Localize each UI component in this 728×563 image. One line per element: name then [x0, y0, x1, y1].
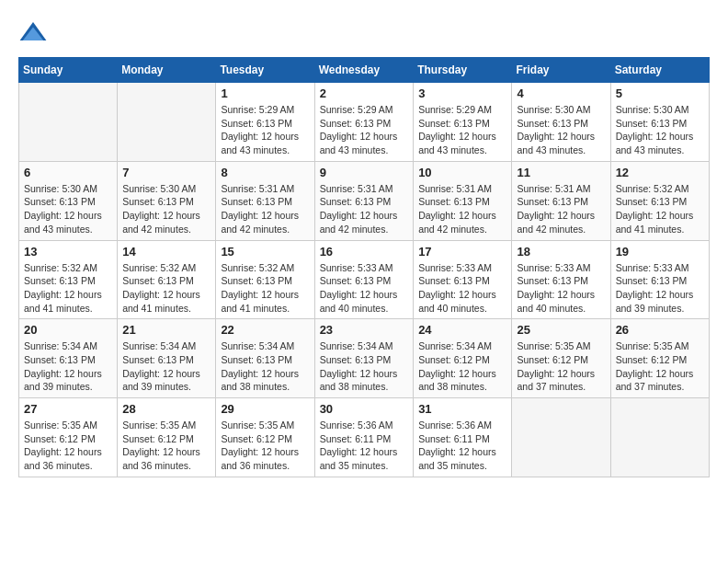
calendar-cell: 10Sunrise: 5:31 AMSunset: 6:13 PMDayligh…	[414, 161, 512, 240]
day-number: 7	[122, 166, 210, 179]
calendar-cell: 8Sunrise: 5:31 AMSunset: 6:13 PMDaylight…	[216, 161, 314, 240]
calendar-cell: 20Sunrise: 5:34 AMSunset: 6:13 PMDayligh…	[19, 319, 118, 398]
day-number: 1	[221, 86, 309, 100]
calendar-cell: 7Sunrise: 5:30 AMSunset: 6:13 PMDaylight…	[118, 161, 216, 240]
calendar-cell: 2Sunrise: 5:29 AMSunset: 6:13 PMDaylight…	[314, 83, 414, 162]
day-header-friday: Friday	[512, 58, 610, 83]
calendar-week-row: 20Sunrise: 5:34 AMSunset: 6:13 PMDayligh…	[19, 319, 710, 398]
day-info: Sunrise: 5:29 AMSunset: 6:13 PMDaylight:…	[221, 103, 309, 157]
calendar-cell: 22Sunrise: 5:34 AMSunset: 6:13 PMDayligh…	[216, 319, 314, 398]
day-number: 17	[418, 245, 506, 259]
day-info: Sunrise: 5:34 AMSunset: 6:12 PMDaylight:…	[418, 339, 506, 394]
day-header-tuesday: Tuesday	[216, 58, 314, 83]
day-number: 14	[122, 245, 210, 259]
day-number: 22	[221, 323, 309, 337]
day-info: Sunrise: 5:31 AMSunset: 6:13 PMDaylight:…	[221, 182, 309, 236]
day-number: 3	[418, 86, 506, 100]
day-number: 28	[122, 402, 210, 416]
day-number: 26	[616, 323, 704, 337]
day-number: 8	[221, 166, 309, 179]
day-info: Sunrise: 5:29 AMSunset: 6:13 PMDaylight:…	[320, 103, 409, 157]
day-number: 21	[122, 323, 210, 337]
day-info: Sunrise: 5:31 AMSunset: 6:13 PMDaylight:…	[320, 182, 409, 236]
day-info: Sunrise: 5:33 AMSunset: 6:13 PMDaylight:…	[418, 261, 506, 316]
day-info: Sunrise: 5:34 AMSunset: 6:13 PMDaylight:…	[122, 339, 210, 394]
calendar-cell: 15Sunrise: 5:32 AMSunset: 6:13 PMDayligh…	[216, 240, 314, 319]
day-number: 12	[616, 166, 704, 179]
calendar-cell: 3Sunrise: 5:29 AMSunset: 6:13 PMDaylight…	[414, 83, 512, 162]
day-number: 18	[517, 245, 605, 259]
day-number: 23	[320, 323, 409, 337]
day-info: Sunrise: 5:32 AMSunset: 6:13 PMDaylight:…	[122, 261, 210, 316]
day-number: 27	[24, 402, 112, 416]
day-info: Sunrise: 5:32 AMSunset: 6:13 PMDaylight:…	[24, 261, 112, 316]
day-info: Sunrise: 5:36 AMSunset: 6:11 PMDaylight:…	[418, 419, 506, 473]
calendar-cell: 5Sunrise: 5:30 AMSunset: 6:13 PMDaylight…	[610, 83, 709, 162]
calendar-cell: 29Sunrise: 5:35 AMSunset: 6:12 PMDayligh…	[216, 398, 314, 477]
calendar-cell: 28Sunrise: 5:35 AMSunset: 6:12 PMDayligh…	[118, 398, 216, 477]
day-number: 24	[418, 323, 506, 337]
day-header-wednesday: Wednesday	[314, 58, 414, 83]
calendar-cell: 25Sunrise: 5:35 AMSunset: 6:12 PMDayligh…	[512, 319, 610, 398]
day-number: 6	[24, 166, 112, 179]
day-info: Sunrise: 5:35 AMSunset: 6:12 PMDaylight:…	[122, 419, 210, 473]
day-number: 5	[616, 86, 704, 100]
day-info: Sunrise: 5:34 AMSunset: 6:13 PMDaylight:…	[221, 339, 309, 394]
calendar-cell: 27Sunrise: 5:35 AMSunset: 6:12 PMDayligh…	[19, 398, 118, 477]
day-info: Sunrise: 5:36 AMSunset: 6:11 PMDaylight:…	[320, 419, 409, 473]
day-info: Sunrise: 5:35 AMSunset: 6:12 PMDaylight:…	[616, 339, 704, 394]
day-number: 29	[221, 402, 309, 416]
calendar-table: SundayMondayTuesdayWednesdayThursdayFrid…	[18, 57, 710, 477]
day-number: 10	[418, 166, 506, 179]
calendar-cell	[118, 83, 216, 162]
day-number: 9	[320, 166, 409, 179]
calendar-cell: 6Sunrise: 5:30 AMSunset: 6:13 PMDaylight…	[19, 161, 118, 240]
day-number: 4	[517, 86, 605, 100]
calendar-cell: 31Sunrise: 5:36 AMSunset: 6:11 PMDayligh…	[414, 398, 512, 477]
calendar-cell: 9Sunrise: 5:31 AMSunset: 6:13 PMDaylight…	[314, 161, 414, 240]
day-info: Sunrise: 5:35 AMSunset: 6:12 PMDaylight:…	[517, 339, 605, 394]
day-info: Sunrise: 5:30 AMSunset: 6:13 PMDaylight:…	[616, 103, 704, 157]
day-info: Sunrise: 5:33 AMSunset: 6:13 PMDaylight:…	[320, 261, 409, 316]
day-info: Sunrise: 5:31 AMSunset: 6:13 PMDaylight:…	[418, 182, 506, 236]
day-header-monday: Monday	[118, 58, 216, 83]
calendar-week-row: 13Sunrise: 5:32 AMSunset: 6:13 PMDayligh…	[19, 240, 710, 319]
day-info: Sunrise: 5:32 AMSunset: 6:13 PMDaylight:…	[616, 182, 704, 236]
day-number: 16	[320, 245, 409, 259]
page-header	[18, 18, 710, 48]
calendar-header-row: SundayMondayTuesdayWednesdayThursdayFrid…	[19, 58, 710, 83]
calendar-cell: 12Sunrise: 5:32 AMSunset: 6:13 PMDayligh…	[610, 161, 709, 240]
calendar-cell: 18Sunrise: 5:33 AMSunset: 6:13 PMDayligh…	[512, 240, 610, 319]
calendar-cell: 26Sunrise: 5:35 AMSunset: 6:12 PMDayligh…	[610, 319, 709, 398]
calendar-cell: 30Sunrise: 5:36 AMSunset: 6:11 PMDayligh…	[314, 398, 414, 477]
day-info: Sunrise: 5:35 AMSunset: 6:12 PMDaylight:…	[24, 419, 112, 473]
logo-icon	[18, 18, 48, 48]
calendar-week-row: 6Sunrise: 5:30 AMSunset: 6:13 PMDaylight…	[19, 161, 710, 240]
calendar-cell	[512, 398, 610, 477]
calendar-cell: 21Sunrise: 5:34 AMSunset: 6:13 PMDayligh…	[118, 319, 216, 398]
calendar-cell: 14Sunrise: 5:32 AMSunset: 6:13 PMDayligh…	[118, 240, 216, 319]
calendar-cell: 13Sunrise: 5:32 AMSunset: 6:13 PMDayligh…	[19, 240, 118, 319]
calendar-week-row: 27Sunrise: 5:35 AMSunset: 6:12 PMDayligh…	[19, 398, 710, 477]
calendar-cell: 24Sunrise: 5:34 AMSunset: 6:12 PMDayligh…	[414, 319, 512, 398]
day-number: 15	[221, 245, 309, 259]
day-number: 25	[517, 323, 605, 337]
calendar-cell: 19Sunrise: 5:33 AMSunset: 6:13 PMDayligh…	[610, 240, 709, 319]
calendar-week-row: 1Sunrise: 5:29 AMSunset: 6:13 PMDaylight…	[19, 83, 710, 162]
day-number: 20	[24, 323, 112, 337]
day-info: Sunrise: 5:30 AMSunset: 6:13 PMDaylight:…	[122, 182, 210, 236]
logo	[18, 18, 51, 48]
day-number: 19	[616, 245, 704, 259]
day-info: Sunrise: 5:33 AMSunset: 6:13 PMDaylight:…	[517, 261, 605, 316]
calendar-cell: 17Sunrise: 5:33 AMSunset: 6:13 PMDayligh…	[414, 240, 512, 319]
day-info: Sunrise: 5:34 AMSunset: 6:13 PMDaylight:…	[24, 339, 112, 394]
day-info: Sunrise: 5:32 AMSunset: 6:13 PMDaylight:…	[221, 261, 309, 316]
day-number: 13	[24, 245, 112, 259]
calendar-cell	[19, 83, 118, 162]
calendar-cell: 23Sunrise: 5:34 AMSunset: 6:13 PMDayligh…	[314, 319, 414, 398]
day-info: Sunrise: 5:30 AMSunset: 6:13 PMDaylight:…	[517, 103, 605, 157]
day-number: 11	[517, 166, 605, 179]
day-info: Sunrise: 5:35 AMSunset: 6:12 PMDaylight:…	[221, 419, 309, 473]
calendar-cell: 1Sunrise: 5:29 AMSunset: 6:13 PMDaylight…	[216, 83, 314, 162]
calendar-cell: 4Sunrise: 5:30 AMSunset: 6:13 PMDaylight…	[512, 83, 610, 162]
